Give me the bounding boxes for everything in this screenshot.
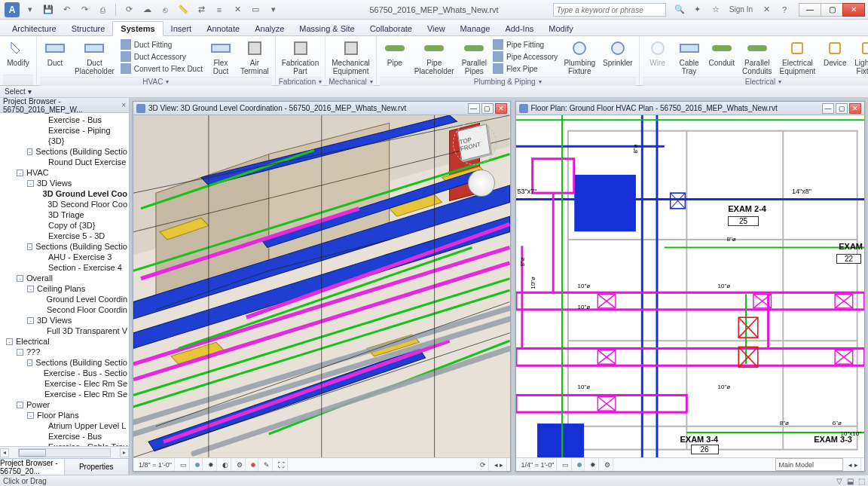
conduit-button[interactable]: Conduit	[706, 38, 738, 69]
qat-thin-icon[interactable]: ≡	[212, 2, 227, 17]
vs2-icon-4[interactable]: ⚙	[602, 458, 613, 471]
viewport-floorplan-canvas[interactable]: 53"x7" 14"x8" EXAM 2-4 25 EXAM 22 EXAM 3…	[516, 115, 865, 457]
ribbon-tab-insert[interactable]: Insert	[164, 22, 200, 35]
tree-node[interactable]: Round Duct Exercise	[0, 157, 129, 167]
duct-accessory-button[interactable]: Duct Accessory	[121, 51, 203, 62]
qat-save-icon[interactable]: 💾	[41, 2, 56, 17]
sprinkler-button[interactable]: Sprinkler	[600, 38, 635, 69]
status-filter-icon[interactable]: ▽	[836, 477, 842, 485]
ribbon-tab-view[interactable]: View	[420, 22, 453, 35]
pipe-placeholder-button[interactable]: PipePlaceholder	[411, 38, 457, 77]
fabrication-part-button[interactable]: FabricationPart	[279, 38, 322, 77]
viewport-2d-close-button[interactable]: ✕	[849, 103, 861, 114]
vs3-icon-4[interactable]: ◐	[220, 458, 231, 471]
viewport-3d-min-button[interactable]: —	[468, 103, 480, 114]
tree-node[interactable]: -Sections (Building Sectio	[0, 241, 129, 252]
plumbing-fixture-button[interactable]: PlumbingFixture	[561, 38, 598, 77]
viewport-3d-max-button[interactable]: ▢	[481, 103, 494, 114]
ribbon-tab-architecture[interactable]: Architecture	[5, 22, 64, 35]
vs3-scroll-icon[interactable]: ◂ ▸	[492, 458, 507, 471]
duct-placeholder-button[interactable]: DuctPlaceholder	[72, 38, 118, 77]
tree-node[interactable]: Exercise - Bus	[0, 431, 129, 442]
tree-node[interactable]: -3D Views	[0, 315, 129, 326]
tree-node[interactable]: -Floor Plans	[0, 410, 129, 420]
duct-fitting-button[interactable]: Duct Fitting	[121, 39, 203, 50]
vs3-icon-5[interactable]: ⚙	[234, 458, 246, 471]
qat-cloud-icon[interactable]: ☁	[139, 2, 154, 17]
tree-node[interactable]: Exercise - Piping	[0, 125, 129, 136]
favorite-icon[interactable]: ☆	[708, 2, 723, 17]
exchange-icon[interactable]: ✕	[759, 2, 774, 17]
scroll-right-icon[interactable]: ▸	[120, 448, 129, 457]
view2d-scale[interactable]: 1/4" = 1'-0"	[519, 458, 558, 471]
qat-link-icon[interactable]: ⎋	[157, 2, 173, 17]
viewcube[interactable]: TOP FRONT	[453, 121, 497, 165]
status-select-icon[interactable]: ⬚	[858, 477, 865, 485]
ribbon-tab-add-ins[interactable]: Add-Ins	[497, 22, 541, 35]
pipe-button[interactable]: Pipe	[380, 38, 410, 69]
ribbon-tab-manage[interactable]: Manage	[453, 22, 498, 35]
search-icon[interactable]: 🔍	[672, 2, 687, 17]
vs3-icon-6[interactable]	[249, 458, 258, 471]
vs3-icon-8[interactable]: ⛶	[276, 458, 288, 471]
tree-node[interactable]: 3D Ground Level Coo	[0, 188, 129, 199]
ribbon-tab-modify[interactable]: Modify	[541, 22, 580, 35]
ribbon-tab-structure[interactable]: Structure	[64, 22, 113, 35]
air-terminal-button[interactable]: AirTerminal	[237, 38, 272, 77]
viewport-3d-title[interactable]: 3D View: 3D Ground Level Coordination - …	[133, 102, 510, 115]
vs2-icon-1[interactable]: ▭	[560, 458, 572, 471]
tree-node[interactable]: -3D Views	[0, 178, 129, 188]
qat-open-icon[interactable]: ▾	[23, 2, 38, 17]
maximize-button[interactable]: ▢	[821, 3, 843, 17]
viewport-3d-canvas[interactable]: TOP FRONT	[133, 115, 510, 457]
view2d-model-select[interactable]: Main Model	[775, 458, 843, 471]
tree-node[interactable]: -Electrical	[0, 336, 129, 347]
project-browser-title[interactable]: Project Browser - 56750_2016_MEP_W... ×	[0, 98, 129, 113]
qat-measure-icon[interactable]: 📏	[176, 2, 191, 17]
select-dropdown[interactable]: Select ▾	[0, 87, 36, 96]
tree-node[interactable]: Exercise - Elec Rm Se	[0, 389, 129, 399]
close-button[interactable]: ✕	[842, 3, 865, 17]
viewport-2d-min-button[interactable]: —	[822, 103, 834, 114]
pipe-accessory-button[interactable]: Pipe Accessory	[493, 51, 558, 62]
vs3-icon-1[interactable]: ▭	[178, 458, 190, 471]
qat-close-icon[interactable]: ✕	[230, 2, 245, 17]
tree-node[interactable]: {3D}	[0, 136, 129, 146]
status-workset-icon[interactable]: ⬓	[847, 477, 854, 485]
vs3-rev-icon[interactable]: ⟳	[478, 458, 489, 471]
viewport-3d-close-button[interactable]: ✕	[495, 103, 507, 114]
vs2-icon-3[interactable]: ✸	[588, 458, 599, 471]
scroll-track[interactable]	[18, 448, 111, 457]
qat-sync-icon[interactable]: ⟳	[121, 2, 136, 17]
vs2-icon-2[interactable]	[575, 458, 585, 471]
parallel-pipes-button[interactable]: ParallelPipes	[459, 38, 490, 77]
tree-node[interactable]: AHU - Exercise 3	[0, 252, 129, 262]
qat-undo-icon[interactable]: ↶	[59, 2, 74, 17]
scroll-thumb[interactable]	[19, 449, 46, 457]
tree-node[interactable]: Full 3D Transparent V	[0, 326, 129, 336]
tab-project-browser[interactable]: Project Browser - 56750_20...	[0, 459, 65, 475]
tree-node[interactable]: -Power	[0, 399, 129, 410]
tree-node[interactable]: -Sections (Building Sectio	[0, 357, 129, 368]
vs3-icon-7[interactable]: ✎	[261, 458, 273, 471]
tree-node[interactable]: Exercise - Bus - Sectio	[0, 368, 129, 378]
tree-node[interactable]: Exercise 5 - 3D	[0, 231, 129, 241]
qat-switch-icon[interactable]: ⇄	[194, 2, 209, 17]
tree-node[interactable]: Exercise - Elec Rm Se	[0, 378, 129, 389]
device-button[interactable]: Device	[820, 38, 850, 69]
help-search-input[interactable]	[553, 3, 666, 17]
tree-node[interactable]: -Overall	[0, 273, 129, 283]
parallel-conduits-button[interactable]: ParallelConduits	[739, 38, 775, 77]
tree-node[interactable]: Exercise - Bus	[0, 115, 129, 125]
modify-button[interactable]: Modify	[3, 38, 33, 69]
view3d-scale[interactable]: 1/8" = 1'-0"	[136, 458, 175, 471]
vs3-icon-2[interactable]	[193, 458, 203, 471]
flex-pipe-button[interactable]: Flex Pipe	[493, 63, 558, 74]
ribbon-tab-analyze[interactable]: Analyze	[247, 22, 292, 35]
tree-node[interactable]: Exercise - Cable Tray	[0, 442, 129, 446]
help-icon[interactable]: ?	[777, 2, 792, 17]
tab-properties[interactable]: Properties	[65, 459, 130, 475]
viewport-2d-max-button[interactable]: ▢	[836, 103, 848, 114]
lighting-fixture-button[interactable]: LightingFixture	[851, 38, 868, 77]
mechanical-equipment-button[interactable]: MechanicalEquipment	[329, 38, 373, 77]
